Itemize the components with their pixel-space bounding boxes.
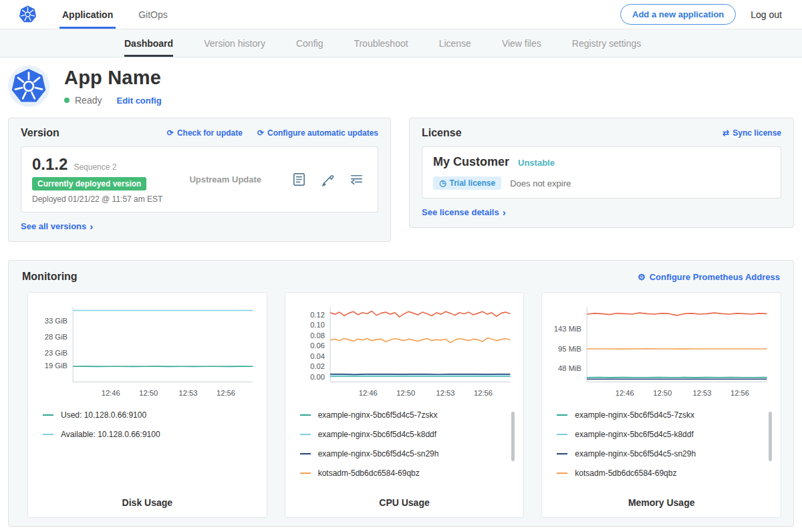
release-notes-icon[interactable]	[291, 172, 307, 187]
legend-item: example-nginx-5bc6f5d4c5-sn29h	[557, 449, 765, 458]
version-card-head: Version ⟳ Check for update ⟳ Configure a…	[21, 127, 378, 139]
license-expiry: Does not expire	[510, 178, 571, 188]
check-for-update-link[interactable]: ⟳ Check for update	[167, 128, 243, 138]
svg-text:0.12: 0.12	[310, 311, 325, 319]
app-header-text: App Name Ready Edit config	[64, 65, 162, 106]
svg-text:48 MiB: 48 MiB	[558, 364, 581, 372]
legend-label: example-nginx-5bc6f5d4c5-sn29h	[575, 449, 696, 458]
license-badge-row: ◷ Trial license Does not expire	[433, 176, 770, 190]
subnav-tab-dashboard[interactable]: Dashboard	[124, 29, 173, 57]
app-logo	[8, 65, 49, 107]
legend-item: example-nginx-5bc6f5d4c5-7zskx	[300, 410, 508, 420]
legend-label: Used: 10.128.0.66:9100	[61, 410, 146, 420]
see-license-details-label: See license details	[422, 207, 499, 217]
legend-item: Used: 10.128.0.66:9100	[43, 410, 251, 420]
legend-color-dash	[557, 434, 567, 435]
legend-color-dash	[43, 414, 53, 416]
svg-text:95 MiB: 95 MiB	[558, 345, 581, 353]
legend-item: example-nginx-5bc6f5d4c5-sn29h	[300, 449, 508, 458]
cpu-usage-legend: example-nginx-5bc6f5d4c5-7zskxexample-ng…	[292, 409, 517, 492]
ready-status-dot	[64, 98, 70, 103]
cpu-usage-title: CPU Usage	[292, 492, 517, 512]
svg-text:12:46: 12:46	[102, 389, 120, 397]
configure-prometheus-label: Configure Prometheus Address	[650, 272, 780, 282]
svg-text:12:53: 12:53	[436, 389, 454, 397]
topnav-tab-application[interactable]: Application	[62, 0, 113, 29]
memory-usage-legend: example-nginx-5bc6f5d4c5-7zskxexample-ng…	[549, 409, 774, 492]
deploy-logs-icon[interactable]	[349, 172, 364, 187]
sync-icon: ⇄	[722, 128, 729, 138]
disk-usage-card: 33 GiB28 GiB23 GiB19 GiB12:4612:5012:531…	[27, 292, 267, 518]
svg-text:0.06: 0.06	[310, 342, 325, 350]
subnav-tab-license[interactable]: License	[439, 29, 471, 57]
svg-text:12:50: 12:50	[654, 389, 672, 397]
legend-scrollbar[interactable]	[769, 412, 772, 461]
see-all-versions-label: See all versions	[21, 221, 86, 231]
sync-license-link[interactable]: ⇄ Sync license	[722, 128, 781, 138]
license-card-title: License	[422, 127, 462, 139]
legend-item: kotsadm-5db6dc6584-69qbz	[300, 469, 508, 478]
subnav-tab-config[interactable]: Config	[296, 29, 323, 57]
add-application-button[interactable]: Add a new application	[620, 4, 736, 25]
subnav-tab-version-history[interactable]: Version history	[204, 29, 265, 57]
svg-text:0.10: 0.10	[310, 321, 325, 329]
configure-updates-label: Configure automatic updates	[267, 128, 378, 138]
license-card-head: License ⇄ Sync license	[422, 127, 781, 139]
legend-item: example-nginx-5bc6f5d4c5-k8ddf	[300, 430, 508, 439]
memory-usage-title: Memory Usage	[549, 492, 774, 512]
svg-text:12:56: 12:56	[730, 389, 749, 397]
charts-row: 33 GiB28 GiB23 GiB19 GiB12:4612:5012:531…	[22, 292, 787, 518]
svg-text:12:50: 12:50	[396, 389, 415, 397]
kots-admin-console: Application GitOps Add a new application…	[0, 0, 802, 532]
refresh-icon: ⟳	[167, 128, 174, 138]
chevron-right-icon: ›	[90, 221, 93, 232]
top-navbar: Application GitOps Add a new application…	[0, 0, 802, 29]
svg-text:19 GiB: 19 GiB	[45, 362, 68, 370]
current-version-box: 0.1.2 Sequence 2 Currently deployed vers…	[21, 146, 378, 213]
legend-color-dash	[557, 473, 567, 474]
logout-button[interactable]: Log out	[751, 9, 782, 20]
legend-label: kotsadm-5db6dc6584-69qbz	[575, 469, 676, 478]
app-status-row: Ready Edit config	[64, 95, 162, 106]
version-card-title: Version	[21, 127, 59, 139]
app-header: App Name Ready Edit config	[0, 57, 802, 114]
kubernetes-logo-icon	[19, 5, 37, 23]
configure-prometheus-link[interactable]: ⚙ Configure Prometheus Address	[638, 272, 780, 282]
legend-label: example-nginx-5bc6f5d4c5-k8ddf	[575, 430, 693, 439]
legend-item: kotsadm-5db6dc6584-69qbz	[557, 469, 765, 478]
chevron-right-icon: ›	[503, 207, 506, 218]
edit-config-icon[interactable]	[320, 172, 336, 187]
subnav: DashboardVersion historyConfigTroublesho…	[0, 29, 802, 57]
topnav-tab-gitops[interactable]: GitOps	[138, 0, 168, 29]
legend-item: example-nginx-5bc6f5d4c5-7zskx	[557, 410, 765, 420]
memory-usage-card: 143 MiB95 MiB48 MiB12:4612:5012:5312:56 …	[541, 292, 781, 518]
version-card: Version ⟳ Check for update ⟳ Configure a…	[8, 118, 391, 242]
edit-config-link[interactable]: Edit config	[116, 96, 161, 106]
license-details-box: My Customer Unstable ◷ Trial license Doe…	[422, 146, 781, 198]
legend-color-dash	[557, 414, 567, 416]
status-text: Ready	[75, 95, 102, 106]
sync-license-label: Sync license	[732, 128, 781, 138]
kubernetes-app-icon	[11, 68, 47, 104]
configure-updates-link[interactable]: ⟳ Configure automatic updates	[257, 128, 378, 138]
subnav-tab-troubleshoot[interactable]: Troubleshoot	[354, 29, 408, 57]
svg-text:143 MiB: 143 MiB	[554, 325, 581, 333]
cpu-usage-chart: 0.120.100.080.060.040.020.0012:4612:5012…	[292, 302, 517, 404]
legend-label: example-nginx-5bc6f5d4c5-k8ddf	[318, 430, 436, 439]
topnav-right: Add a new application Log out	[620, 4, 782, 25]
legend-label: example-nginx-5bc6f5d4c5-7zskx	[575, 410, 694, 420]
subnav-tab-registry-settings[interactable]: Registry settings	[572, 29, 641, 57]
legend-color-dash	[43, 434, 53, 435]
version-number: 0.1.2	[32, 155, 68, 174]
legend-item: Available: 10.128.0.66:9100	[43, 430, 251, 439]
disk-usage-chart: 33 GiB28 GiB23 GiB19 GiB12:4612:5012:531…	[35, 302, 260, 404]
see-license-details-link[interactable]: See license details ›	[422, 207, 506, 218]
version-sequence: Sequence 2	[74, 162, 116, 172]
legend-scrollbar[interactable]	[511, 412, 515, 461]
svg-text:0.02: 0.02	[310, 362, 325, 370]
svg-text:0.08: 0.08	[310, 331, 325, 340]
see-all-versions-link[interactable]: See all versions ›	[21, 221, 93, 232]
svg-text:12:53: 12:53	[693, 389, 712, 397]
subnav-tab-view-files[interactable]: View files	[502, 29, 541, 57]
check-for-update-label: Check for update	[177, 128, 243, 138]
